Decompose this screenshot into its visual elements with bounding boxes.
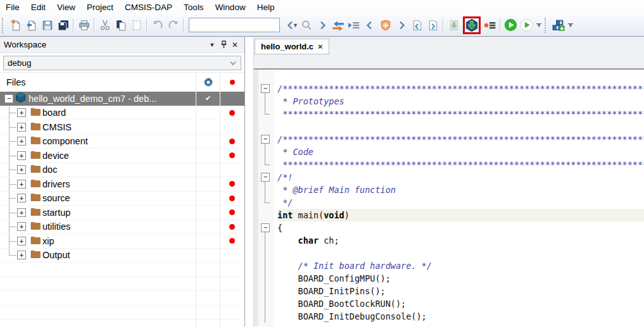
tree-row-settings-cell[interactable]	[196, 177, 220, 191]
tree-row[interactable]: −hello_world_demo_cm7 - deb...✔	[0, 92, 244, 106]
fold-collapse-icon[interactable]: −	[261, 84, 270, 93]
find-button[interactable]	[298, 17, 314, 34]
configuration-dropdown[interactable]: debug	[3, 56, 241, 70]
expand-icon[interactable]: +	[17, 165, 26, 174]
tree-row[interactable]: +utilities	[0, 220, 244, 235]
tree-row[interactable]: +Output	[0, 249, 244, 263]
tree-row[interactable]: +device	[0, 149, 244, 163]
next-bookmark-button[interactable]	[393, 17, 409, 34]
run-alt-button[interactable]	[519, 17, 534, 34]
tree-row-settings-cell[interactable]	[196, 206, 220, 220]
tree-row[interactable]: +board	[0, 106, 244, 121]
expand-icon[interactable]: +	[17, 208, 26, 217]
code-line[interactable]: char ch;	[254, 234, 644, 247]
code-line[interactable]: BOARD_BootClockRUN();	[254, 297, 644, 310]
fold-collapse-control[interactable]: −	[254, 82, 277, 95]
expand-icon[interactable]: +	[17, 123, 26, 132]
fold-collapse-icon[interactable]: −	[261, 173, 270, 182]
tree-row-settings-cell[interactable]	[196, 163, 220, 177]
open-file-button[interactable]	[23, 17, 39, 34]
download-and-debug-button[interactable]	[465, 18, 479, 32]
code-line[interactable]: int main(void)	[254, 209, 644, 221]
undo-button[interactable]	[149, 17, 165, 34]
save-button[interactable]	[39, 17, 55, 34]
collapse-icon[interactable]: −	[4, 94, 13, 103]
close-icon[interactable]: ✕	[229, 40, 241, 50]
cut-button[interactable]	[97, 17, 113, 34]
tree-row[interactable]: +doc	[0, 163, 244, 178]
fold-collapse-control[interactable]: −	[254, 171, 277, 184]
menu-item-help[interactable]: Help	[251, 1, 281, 13]
code-line[interactable]: * Prototypes	[254, 95, 644, 108]
settings-column-header[interactable]	[196, 73, 220, 91]
print-button[interactable]	[76, 17, 92, 34]
code-line[interactable]	[254, 247, 644, 259]
tree-row-settings-cell[interactable]	[196, 249, 220, 263]
tree-row[interactable]: +xip	[0, 234, 244, 249]
tree-row[interactable]: +CMSIS	[0, 120, 244, 135]
expand-icon[interactable]: +	[17, 194, 26, 202]
toggle-bookmark-button[interactable]	[377, 17, 393, 34]
goto-list-button[interactable]	[346, 17, 362, 34]
fold-collapse-control[interactable]: −	[254, 133, 277, 146]
new-file-button[interactable]	[8, 17, 23, 34]
code-line[interactable]: */	[254, 196, 644, 209]
menu-item-window[interactable]: Window	[210, 1, 251, 13]
tree-row-settings-cell[interactable]	[196, 135, 220, 149]
menu-item-edit[interactable]: Edit	[25, 1, 51, 13]
tree-row-settings-cell[interactable]	[196, 149, 220, 163]
toolbar-grip[interactable]	[545, 18, 548, 33]
tree-row-settings-cell[interactable]	[196, 106, 220, 120]
save-all-button[interactable]	[55, 17, 71, 34]
menu-item-cmsis-dap[interactable]: CMSIS-DAP	[119, 1, 178, 13]
tree-row[interactable]: +source	[0, 192, 244, 206]
expand-icon[interactable]: +	[17, 222, 26, 231]
code-line[interactable]: ****************************************…	[254, 158, 644, 171]
find-previous-button[interactable]	[282, 17, 298, 34]
fold-collapse-icon[interactable]: −	[261, 223, 270, 232]
menu-item-tools[interactable]: Tools	[178, 1, 210, 13]
expand-icon[interactable]: +	[17, 137, 26, 146]
expand-icon[interactable]: +	[17, 108, 26, 117]
tab-close-icon[interactable]: ×	[318, 42, 323, 51]
swap-view-button[interactable]	[330, 17, 346, 34]
previous-document-button[interactable]	[409, 17, 425, 34]
tree-row[interactable]: +startup	[0, 206, 244, 220]
code-editor[interactable]: −/**************************************…	[254, 70, 644, 327]
next-document-button[interactable]	[425, 17, 441, 34]
code-line[interactable]: BOARD_ConfigMPU();	[254, 272, 644, 285]
tree-row-settings-cell[interactable]	[196, 120, 220, 134]
tree-row[interactable]: +drivers	[0, 177, 244, 192]
debug-without-downloading-button[interactable]	[482, 17, 498, 34]
expand-icon[interactable]: +	[17, 180, 26, 189]
tab-hello-world[interactable]: hello_world.c ×	[255, 39, 329, 54]
fold-collapse-icon[interactable]: −	[261, 135, 270, 144]
quick-search-combobox[interactable]: ▼	[189, 18, 280, 32]
code-line[interactable]	[254, 120, 644, 133]
code-line[interactable]: * Code	[254, 146, 644, 158]
code-line[interactable]: * @brief Main function	[254, 184, 644, 196]
code-line[interactable]: ****************************************…	[254, 108, 644, 120]
project-tools-button[interactable]	[550, 17, 566, 34]
redo-button[interactable]	[165, 17, 181, 34]
paste-button[interactable]	[129, 17, 144, 34]
copy-button[interactable]	[113, 17, 129, 34]
fold-collapse-control[interactable]: −	[254, 221, 277, 234]
tree-row-settings-cell[interactable]	[196, 220, 220, 234]
expand-icon[interactable]: +	[17, 237, 26, 246]
expand-icon[interactable]: +	[17, 151, 26, 160]
toolbar-grip[interactable]	[2, 18, 5, 33]
expand-icon[interactable]: +	[17, 251, 26, 259]
tree-row-settings-cell[interactable]: ✔	[196, 92, 220, 106]
pin-icon[interactable]	[218, 40, 229, 50]
panel-menu-icon[interactable]: ▼	[206, 40, 218, 50]
quick-search-input[interactable]	[189, 20, 293, 30]
code-line[interactable]: −{	[254, 221, 644, 234]
run-button[interactable]	[503, 17, 519, 34]
tree-row-settings-cell[interactable]	[196, 192, 220, 206]
code-line[interactable]: −/*!	[254, 171, 644, 184]
code-line[interactable]: −/**************************************…	[254, 82, 644, 95]
code-line[interactable]: −/**************************************…	[254, 133, 644, 146]
tree-row-settings-cell[interactable]	[196, 234, 220, 248]
menu-item-view[interactable]: View	[51, 1, 81, 13]
